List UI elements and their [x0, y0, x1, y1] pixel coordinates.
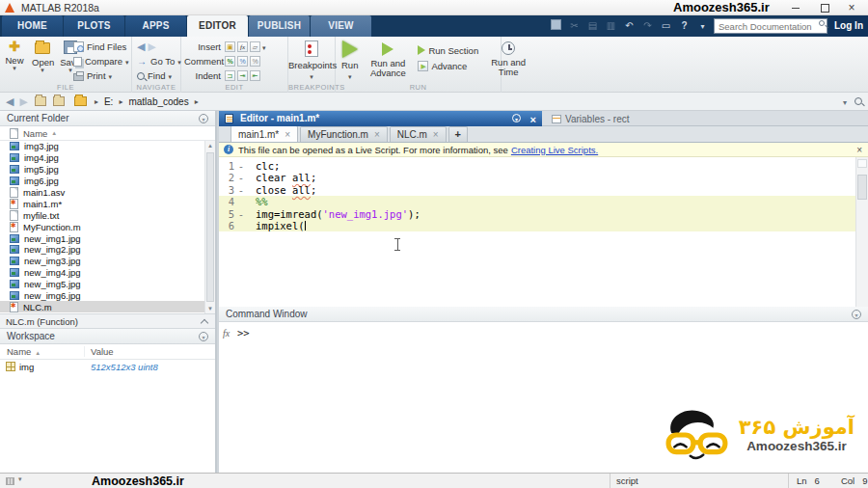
ribbon-tab-editor[interactable]: EDITOR	[187, 15, 248, 37]
breadcrumb-folder[interactable]: matlab_codes	[128, 96, 188, 107]
breakpoints-button[interactable]: Breakpoints	[288, 41, 335, 81]
file-item[interactable]: img6.jpg	[0, 176, 215, 187]
code-line[interactable]: 5-img=imread('new_img1.jpg');	[219, 208, 855, 220]
file-item[interactable]: main1.asv	[0, 187, 215, 199]
nav-back-icon[interactable]: ◀	[6, 95, 14, 108]
editor-scrollbar[interactable]	[855, 157, 868, 307]
code-line[interactable]: 1-clc;	[219, 160, 855, 172]
editor-close-icon[interactable]: ×	[530, 112, 536, 127]
file-item[interactable]: myfile.txt	[0, 209, 215, 221]
nav-forward-icon[interactable]: ▶	[19, 95, 27, 108]
up-one-level-icon[interactable]	[53, 96, 65, 106]
workspace-column-headers[interactable]: Name▲ Value	[0, 344, 215, 360]
breadcrumb-drive[interactable]: E:	[104, 96, 113, 107]
paste-icon[interactable]	[604, 19, 618, 33]
address-search-icon[interactable]	[854, 97, 862, 105]
insert-function-icon[interactable]	[237, 41, 248, 52]
ribbon-tab-publish[interactable]: PUBLISH	[249, 15, 310, 37]
run-button[interactable]: Run	[341, 39, 358, 81]
run-and-advance-button[interactable]: Run and Advance	[366, 39, 409, 81]
find-files-button[interactable]: Find Files	[73, 40, 131, 54]
current-folder-menu-icon[interactable]	[199, 114, 208, 123]
minimize-button[interactable]	[783, 1, 808, 14]
file-details-bar[interactable]: NLC.m (Function)	[0, 313, 215, 329]
maximize-button[interactable]	[812, 1, 837, 14]
find-button[interactable]: Find	[137, 68, 181, 83]
file-item[interactable]: img4.jpg	[0, 152, 215, 164]
code-line[interactable]: 2-clear all;	[219, 172, 855, 183]
variables-panel-tab[interactable]: Variables - rect	[552, 111, 630, 126]
cut-icon[interactable]	[567, 19, 582, 33]
file-item[interactable]: new_img2.jpg	[0, 244, 215, 256]
uncomment-icon[interactable]	[237, 56, 248, 67]
fx-button[interactable]: fx	[223, 328, 230, 339]
close-tab-icon[interactable]	[285, 129, 290, 140]
file-item[interactable]: new_img1.jpg	[0, 232, 215, 244]
code-editor-area[interactable]: 1-clc;2-clear all;3-close all;4%%5-img=i…	[219, 157, 868, 307]
forward-icon[interactable]: ▶	[148, 41, 155, 53]
smart-indent-icon[interactable]	[225, 70, 235, 81]
file-item[interactable]: new_img5.jpg	[0, 279, 215, 290]
ribbon-tab-view[interactable]: VIEW	[311, 15, 371, 37]
code-line[interactable]: 3-close all;	[219, 184, 855, 196]
file-item[interactable]: new_img6.jpg	[0, 290, 215, 302]
file-list-column-header[interactable]: Name ▲	[0, 126, 215, 141]
creating-live-scripts-link[interactable]: Creating Live Scripts.	[511, 145, 598, 155]
workspace-menu-icon[interactable]	[199, 332, 208, 341]
status-grid-icon[interactable]	[6, 477, 14, 485]
file-item[interactable]: new_img3.jpg	[0, 256, 215, 267]
comment-icon[interactable]	[225, 56, 235, 67]
code-line[interactable]: 6impixel(	[219, 220, 855, 231]
command-window-menu-icon[interactable]	[852, 310, 861, 319]
editor-menu-icon[interactable]	[512, 114, 521, 122]
save-icon[interactable]	[549, 19, 563, 33]
search-documentation-input[interactable]	[714, 18, 827, 34]
goto-button[interactable]: Go To	[137, 54, 181, 68]
wrap-comments-icon[interactable]	[250, 56, 260, 67]
file-item[interactable]: NLC.m	[0, 301, 215, 312]
file-item[interactable]: MyFunction.m	[0, 221, 215, 232]
print-icon[interactable]	[659, 19, 673, 33]
undo-icon[interactable]	[622, 19, 637, 33]
editor-tab[interactable]: main1.m*	[231, 125, 298, 142]
indent-left-icon[interactable]	[250, 70, 260, 81]
close-tab-icon[interactable]	[433, 129, 439, 140]
workspace-row[interactable]: img512x512x3 uint8	[0, 360, 215, 373]
editor-tab[interactable]: MyFunction.m	[300, 126, 388, 142]
redo-icon[interactable]	[640, 19, 655, 33]
advance-button[interactable]: Advance	[418, 58, 478, 73]
ribbon-tab-home[interactable]: HOME	[2, 15, 63, 37]
browse-folder-icon[interactable]	[35, 96, 46, 106]
run-and-time-button[interactable]: Run and Time	[487, 39, 529, 81]
login-button[interactable]: Log In	[829, 15, 868, 37]
run-section-button[interactable]: Run Section	[418, 42, 478, 58]
close-tab-icon[interactable]	[374, 129, 380, 140]
indent-right-icon[interactable]	[237, 70, 248, 81]
new-button[interactable]: New ▾	[4, 39, 25, 72]
file-item[interactable]: new_img4.jpg	[0, 267, 215, 279]
file-item[interactable]: main1.m*	[0, 198, 215, 209]
collapse-details-icon[interactable]	[201, 319, 208, 327]
file-item[interactable]: img3.jpg	[0, 141, 215, 152]
compare-button[interactable]: Compare	[73, 54, 131, 68]
copy-icon[interactable]	[585, 19, 600, 33]
back-icon[interactable]: ◀	[137, 41, 145, 53]
insert-figure-icon[interactable]	[250, 41, 260, 52]
ribbon-tab-apps[interactable]: APPS	[125, 15, 186, 37]
address-dropdown-icon[interactable]	[843, 96, 847, 107]
print-button[interactable]: Print	[73, 68, 131, 83]
open-button[interactable]: Open ▾	[32, 39, 53, 72]
file-item[interactable]: img5.jpg	[0, 164, 215, 176]
help-icon[interactable]	[677, 19, 692, 33]
toolbar-dropdown-icon[interactable]	[695, 19, 710, 33]
new-tab-button[interactable]: +	[448, 126, 468, 142]
editor-tab[interactable]: NLC.m	[390, 126, 447, 142]
editor-panel-header[interactable]: Editor - main1.m* ×	[219, 111, 542, 126]
info-bar-close-icon[interactable]	[856, 145, 862, 155]
file-list-scrollbar[interactable]: ▲▼	[204, 141, 215, 313]
ribbon-tab-plots[interactable]: PLOTS	[64, 15, 124, 37]
close-button[interactable]	[839, 1, 864, 14]
command-window-body[interactable]: fx >> آموزش ۳۶۵ Amoozesh365.ir	[219, 322, 868, 474]
breadcrumb[interactable]: ▸ E: ▸ matlab_codes ▸	[95, 96, 199, 107]
code-line[interactable]: 4%%	[219, 196, 855, 207]
